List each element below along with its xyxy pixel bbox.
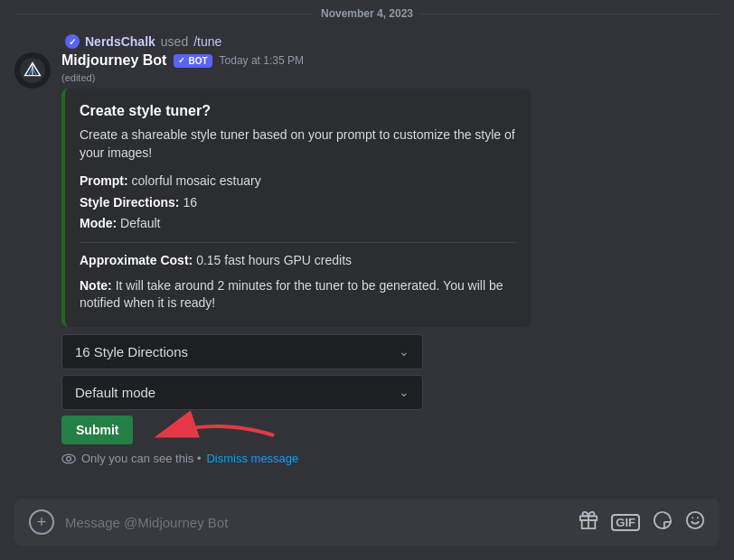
gif-icon[interactable]: GIF [611, 514, 640, 531]
dismiss-message-link[interactable]: Dismiss message [206, 452, 298, 465]
ephemeral-note: Only you can see this • Dismiss message [61, 452, 720, 466]
embed-title: Create style tuner? [80, 103, 517, 119]
embed-description: Create a shareable style tuner based on … [80, 126, 517, 162]
badge-check: ✓ [178, 56, 185, 65]
default-mode-dropdown-row: Default mode ⌄ [61, 375, 423, 410]
avatar [14, 52, 51, 89]
message-row: Midjourney Bot ✓ BOT Today at 1:35 PM (e… [14, 52, 720, 473]
bot-badge: ✓ BOT [174, 54, 212, 68]
date-divider: November 4, 2023 [0, 0, 734, 27]
add-content-button[interactable]: + [29, 509, 54, 535]
submit-row: Submit [61, 415, 720, 444]
message-content: Midjourney Bot ✓ BOT Today at 1:35 PM (e… [61, 52, 720, 473]
note-label: Note: [80, 278, 112, 293]
edited-tag: (edited) [61, 72, 720, 83]
chat-area: ✓ NerdsChalk used /tune Midjourney Bot ✓… [0, 27, 734, 491]
command-text: /tune [193, 34, 221, 49]
embed-field-note: Note: It will take around 2 minutes for … [80, 277, 517, 313]
submit-wrapper: Submit [61, 415, 133, 444]
bot-name: Midjourney Bot [61, 52, 166, 69]
embed-field-style: Style Directions: 16 [80, 194, 517, 212]
command-line: ✓ NerdsChalk used /tune [14, 34, 720, 49]
submit-button[interactable]: Submit [61, 415, 133, 444]
chevron-down-icon-2: ⌄ [399, 385, 409, 399]
ephemeral-text: Only you can see this • [81, 452, 201, 465]
gift-icon[interactable] [579, 510, 598, 535]
badge-label: BOT [188, 56, 207, 66]
svg-point-5 [67, 456, 71, 461]
command-action: used [161, 34, 188, 49]
sticker-icon[interactable] [653, 510, 673, 535]
style-directions-dropdown[interactable]: 16 Style Directions ⌄ [61, 334, 423, 369]
style-label: Style Directions: [80, 195, 179, 210]
style-directions-dropdown-row: 16 Style Directions ⌄ [61, 334, 423, 369]
prompt-label: Prompt: [80, 173, 128, 188]
embed-field-prompt: Prompt: colorful mosaic estuary [80, 173, 517, 191]
cost-value: 0.15 fast hours GPU credits [196, 253, 352, 267]
message-header: Midjourney Bot ✓ BOT Today at 1:35 PM [61, 52, 720, 69]
style-directions-dropdown-label: 16 Style Directions [75, 344, 188, 359]
default-mode-dropdown[interactable]: Default mode ⌄ [61, 375, 423, 410]
chevron-down-icon: ⌄ [399, 344, 409, 359]
eye-icon [61, 452, 76, 466]
message-input[interactable] [65, 515, 568, 530]
embed-card: Create style tuner? Create a shareable s… [61, 89, 532, 327]
svg-point-8 [687, 511, 703, 527]
command-username: NerdsChalk [85, 34, 155, 49]
message-input-bar: + GIF [14, 499, 720, 546]
discord-icon: ✓ [65, 34, 80, 49]
divider-line [14, 14, 314, 14]
svg-point-4 [62, 454, 75, 463]
mode-value: Default [120, 216, 160, 230]
embed-divider [80, 242, 517, 243]
cost-label: Approximate Cost: [80, 253, 193, 267]
emoji-icon[interactable] [685, 510, 705, 535]
embed-field-cost: Approximate Cost: 0.15 fast hours GPU cr… [80, 252, 517, 270]
default-mode-dropdown-label: Default mode [75, 385, 155, 400]
mode-label: Mode: [80, 216, 117, 230]
prompt-value: colorful mosaic estuary [132, 173, 261, 188]
embed-field-mode: Mode: Default [80, 215, 517, 233]
message-timestamp: Today at 1:35 PM [220, 54, 304, 67]
divider-line-right [420, 14, 720, 14]
date-text: November 4, 2023 [321, 7, 413, 20]
input-icons-group: GIF [579, 510, 705, 535]
note-value: It will take around 2 minutes for the tu… [80, 278, 503, 311]
style-value: 16 [183, 195, 197, 210]
